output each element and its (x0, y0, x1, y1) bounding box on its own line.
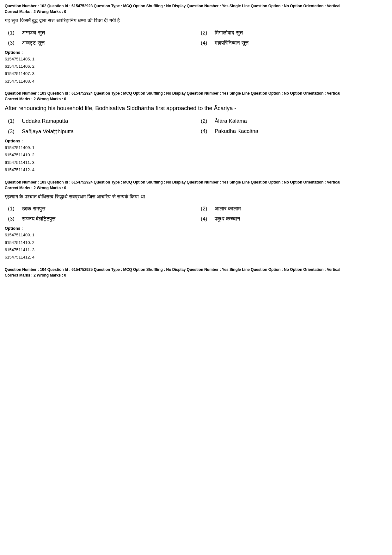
option-id-103hi-2: 61547511410. 2 (5, 239, 387, 246)
question-103-en-correct-marks: Correct Marks : 2 Wrong Marks : 0 (5, 97, 387, 101)
option-id-102-1: 61547511405. 1 (5, 55, 387, 63)
option-id-102-2: 61547511406. 2 (5, 63, 387, 70)
option-102-2: (2) मिगालोवाद सुत्त (201, 30, 387, 36)
question-103-en: Question Number : 103 Question Id : 6154… (5, 90, 387, 173)
option-102-3-text: अम्बट्ट सुत्त (22, 40, 45, 46)
option-103en-4-text: Pakudha Kaccāna (215, 128, 258, 134)
option-103hi-3-text: सञ्जय वेलट्ठिपुत्त (22, 216, 55, 222)
question-102-options-label: Options : (5, 50, 387, 55)
question-103-en-text: After renouncing his household life, Bod… (5, 104, 387, 113)
question-103-hi-option-ids: 61547511409. 1 61547511410. 2 6154751141… (5, 231, 387, 261)
option-103en-4: (4) Pakudha Kaccāna (201, 128, 387, 135)
option-103en-2-text: Ālāra Kālāma (215, 118, 247, 124)
option-103en-1: (1) Uddaka Rāmaputta (8, 118, 194, 124)
question-102-meta: Question Number : 102 Question Id : 6154… (5, 3, 387, 9)
question-103-hi: Question Number : 103 Question Id : 6154… (5, 179, 387, 261)
option-103hi-2-num: (2) (201, 206, 210, 212)
question-102-correct-marks: Correct Marks : 2 Wrong Marks : 0 (5, 9, 387, 14)
option-id-103en-3: 61547511411. 3 (5, 159, 387, 166)
option-103hi-3-num: (3) (8, 216, 17, 222)
option-103hi-1-text: उद्दक रामपुत्त (22, 206, 45, 212)
question-104: Question Number : 104 Question Id : 6154… (5, 267, 387, 278)
option-103hi-4-text: पकुध कच्चान (215, 216, 240, 222)
option-102-3-num: (3) (8, 40, 17, 46)
option-id-103hi-3: 61547511411. 3 (5, 246, 387, 253)
option-id-103hi-1: 61547511409. 1 (5, 231, 387, 239)
question-103-en-options-label: Options : (5, 139, 387, 143)
option-103hi-4: (4) पकुध कच्चान (201, 216, 387, 222)
option-id-102-4: 61547511408. 4 (5, 78, 387, 85)
question-103-en-options: (1) Uddaka Rāmaputta (2) Ālāra Kālāma (3… (5, 118, 387, 135)
option-103en-2-num: (2) (201, 118, 210, 124)
question-102: Question Number : 102 Question Id : 6154… (5, 3, 387, 85)
option-102-3: (3) अम्बट्ट सुत्त (8, 40, 194, 46)
question-103-hi-text: गृहत्याग के पश्चात बोधिसत्व सिद्धार्थ सव… (5, 193, 387, 201)
option-102-1-text: अग्गञ्ञ सुत्त (22, 30, 45, 36)
option-103hi-4-num: (4) (201, 216, 210, 222)
question-103-en-meta: Question Number : 103 Question Id : 6154… (5, 90, 387, 96)
question-103-hi-options-label: Options : (5, 226, 387, 231)
question-103-en-option-ids: 61547511409. 1 61547511410. 2 6154751141… (5, 144, 387, 174)
option-id-103hi-4: 61547511412. 4 (5, 253, 387, 261)
option-id-103en-1: 61547511409. 1 (5, 144, 387, 151)
option-103en-3: (3) Sañjaya Velaṭṭhiputta (8, 128, 194, 135)
option-103hi-1-num: (1) (8, 206, 17, 212)
option-102-4: (4) महापरिनिब्बान सुत्त (201, 40, 387, 46)
option-103en-2: (2) Ālāra Kālāma (201, 118, 387, 124)
question-104-correct-marks: Correct Marks : 2 Wrong Marks : 0 (5, 273, 387, 278)
question-104-meta: Question Number : 104 Question Id : 6154… (5, 267, 387, 272)
option-id-103en-4: 61547511412. 4 (5, 166, 387, 173)
option-103en-1-num: (1) (8, 118, 17, 124)
question-103-hi-correct-marks: Correct Marks : 2 Wrong Marks : 0 (5, 186, 387, 190)
option-102-2-num: (2) (201, 30, 210, 36)
option-103hi-2: (2) आलार कालाम (201, 206, 387, 212)
option-id-102-3: 61547511407. 3 (5, 70, 387, 77)
option-id-103en-2: 61547511410. 2 (5, 151, 387, 159)
option-102-1-num: (1) (8, 30, 17, 36)
question-102-options: (1) अग्गञ्ञ सुत्त (2) मिगालोवाद सुत्त (3… (5, 30, 387, 46)
option-103hi-2-text: आलार कालाम (215, 206, 241, 212)
option-103en-3-text: Sañjaya Velaṭṭhiputta (22, 128, 74, 135)
option-103en-3-num: (3) (8, 128, 17, 135)
option-102-4-num: (4) (201, 40, 210, 46)
option-102-2-text: मिगालोवाद सुत्त (215, 30, 243, 36)
option-103hi-1: (1) उद्दक रामपुत्त (8, 206, 194, 212)
option-103hi-3: (3) सञ्जय वेलट्ठिपुत्त (8, 216, 194, 222)
question-102-text: यह सुत्त जिसमें बुद्ध द्वारा सत्त अपरिहा… (5, 16, 387, 25)
question-103-hi-meta: Question Number : 103 Question Id : 6154… (5, 179, 387, 185)
question-102-option-ids: 61547511405. 1 61547511406. 2 6154751140… (5, 55, 387, 85)
option-102-4-text: महापरिनिब्बान सुत्त (215, 40, 248, 46)
option-103en-1-text: Uddaka Rāmaputta (22, 118, 68, 124)
option-103en-4-num: (4) (201, 128, 210, 134)
question-103-hi-options: (1) उद्दक रामपुत्त (2) आलार कालाम (3) सञ… (5, 206, 387, 222)
option-102-1: (1) अग्गञ्ञ सुत्त (8, 30, 194, 36)
